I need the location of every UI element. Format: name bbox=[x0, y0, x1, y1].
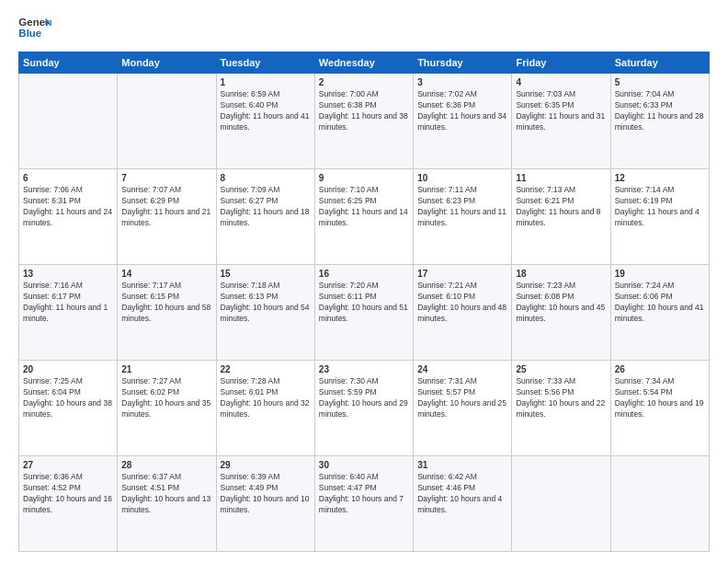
day-number: 31 bbox=[417, 460, 507, 470]
weekday-header-row: SundayMondayTuesdayWednesdayThursdayFrid… bbox=[19, 52, 710, 74]
day-info: Sunrise: 7:28 AM Sunset: 6:01 PM Dayligh… bbox=[221, 376, 311, 420]
day-info: Sunrise: 7:06 AM Sunset: 6:31 PM Dayligh… bbox=[23, 185, 113, 229]
weekday-header-friday: Friday bbox=[512, 52, 610, 74]
day-info: Sunrise: 7:27 AM Sunset: 6:02 PM Dayligh… bbox=[121, 376, 211, 420]
day-info: Sunrise: 7:34 AM Sunset: 5:54 PM Dayligh… bbox=[615, 376, 705, 420]
calendar-cell: 2Sunrise: 7:00 AM Sunset: 6:38 PM Daylig… bbox=[314, 74, 413, 169]
calendar-cell: 7Sunrise: 7:07 AM Sunset: 6:29 PM Daylig… bbox=[118, 169, 216, 265]
calendar-cell: 5Sunrise: 7:04 AM Sunset: 6:33 PM Daylig… bbox=[610, 74, 709, 169]
calendar-page: General Blue SundayMondayTuesdayWednesda… bbox=[0, 0, 728, 563]
header: General Blue bbox=[18, 15, 710, 42]
day-info: Sunrise: 7:09 AM Sunset: 6:27 PM Dayligh… bbox=[221, 185, 311, 229]
day-info: Sunrise: 7:23 AM Sunset: 6:08 PM Dayligh… bbox=[516, 281, 606, 325]
calendar-cell bbox=[118, 74, 216, 169]
day-info: Sunrise: 7:18 AM Sunset: 6:13 PM Dayligh… bbox=[221, 281, 311, 325]
day-number: 4 bbox=[516, 77, 606, 87]
day-info: Sunrise: 6:37 AM Sunset: 4:51 PM Dayligh… bbox=[121, 472, 211, 516]
day-number: 8 bbox=[221, 173, 311, 183]
calendar-cell: 28Sunrise: 6:37 AM Sunset: 4:51 PM Dayli… bbox=[118, 456, 216, 552]
day-info: Sunrise: 6:39 AM Sunset: 4:49 PM Dayligh… bbox=[221, 472, 311, 516]
day-number: 13 bbox=[23, 269, 113, 279]
day-number: 28 bbox=[121, 460, 211, 470]
calendar-cell: 3Sunrise: 7:02 AM Sunset: 6:36 PM Daylig… bbox=[414, 74, 512, 169]
calendar-cell: 23Sunrise: 7:30 AM Sunset: 5:59 PM Dayli… bbox=[314, 361, 413, 456]
day-info: Sunrise: 7:31 AM Sunset: 5:57 PM Dayligh… bbox=[417, 376, 507, 420]
day-info: Sunrise: 7:25 AM Sunset: 6:04 PM Dayligh… bbox=[23, 376, 113, 420]
day-info: Sunrise: 7:00 AM Sunset: 6:38 PM Dayligh… bbox=[319, 89, 409, 133]
weekday-header-monday: Monday bbox=[118, 52, 216, 74]
calendar-cell: 6Sunrise: 7:06 AM Sunset: 6:31 PM Daylig… bbox=[19, 169, 118, 265]
day-info: Sunrise: 6:42 AM Sunset: 4:46 PM Dayligh… bbox=[417, 472, 507, 516]
day-info: Sunrise: 7:11 AM Sunset: 6:23 PM Dayligh… bbox=[417, 185, 507, 229]
day-number: 7 bbox=[121, 173, 211, 183]
logo: General Blue bbox=[18, 15, 51, 42]
calendar-cell: 13Sunrise: 7:16 AM Sunset: 6:17 PM Dayli… bbox=[19, 265, 118, 361]
day-number: 11 bbox=[516, 173, 606, 183]
weekday-header-saturday: Saturday bbox=[610, 52, 709, 74]
day-info: Sunrise: 7:04 AM Sunset: 6:33 PM Dayligh… bbox=[615, 89, 705, 133]
week-row-4: 20Sunrise: 7:25 AM Sunset: 6:04 PM Dayli… bbox=[19, 361, 710, 456]
day-number: 12 bbox=[615, 173, 705, 183]
calendar-cell: 20Sunrise: 7:25 AM Sunset: 6:04 PM Dayli… bbox=[19, 361, 118, 456]
calendar-cell: 29Sunrise: 6:39 AM Sunset: 4:49 PM Dayli… bbox=[216, 456, 314, 552]
day-number: 6 bbox=[23, 173, 113, 183]
day-number: 19 bbox=[615, 269, 705, 279]
calendar-cell: 17Sunrise: 7:21 AM Sunset: 6:10 PM Dayli… bbox=[414, 265, 512, 361]
day-number: 3 bbox=[417, 77, 507, 87]
day-info: Sunrise: 7:03 AM Sunset: 6:35 PM Dayligh… bbox=[516, 89, 606, 133]
calendar-cell bbox=[512, 456, 610, 552]
day-number: 15 bbox=[221, 269, 311, 279]
calendar-cell: 15Sunrise: 7:18 AM Sunset: 6:13 PM Dayli… bbox=[216, 265, 314, 361]
day-number: 20 bbox=[23, 364, 113, 374]
day-number: 27 bbox=[23, 460, 113, 470]
day-number: 21 bbox=[121, 364, 211, 374]
day-info: Sunrise: 7:16 AM Sunset: 6:17 PM Dayligh… bbox=[23, 281, 113, 325]
calendar-cell: 16Sunrise: 7:20 AM Sunset: 6:11 PM Dayli… bbox=[314, 265, 413, 361]
week-row-3: 13Sunrise: 7:16 AM Sunset: 6:17 PM Dayli… bbox=[19, 265, 710, 361]
day-number: 26 bbox=[615, 364, 705, 374]
weekday-header-sunday: Sunday bbox=[19, 52, 118, 74]
calendar-cell: 11Sunrise: 7:13 AM Sunset: 6:21 PM Dayli… bbox=[512, 169, 610, 265]
day-info: Sunrise: 7:13 AM Sunset: 6:21 PM Dayligh… bbox=[516, 185, 606, 229]
week-row-1: 1Sunrise: 6:59 AM Sunset: 6:40 PM Daylig… bbox=[19, 74, 710, 169]
day-number: 22 bbox=[221, 364, 311, 374]
calendar-cell: 26Sunrise: 7:34 AM Sunset: 5:54 PM Dayli… bbox=[610, 361, 709, 456]
calendar-cell: 27Sunrise: 6:36 AM Sunset: 4:52 PM Dayli… bbox=[19, 456, 118, 552]
day-number: 1 bbox=[221, 77, 311, 87]
calendar-cell: 9Sunrise: 7:10 AM Sunset: 6:25 PM Daylig… bbox=[314, 169, 413, 265]
day-number: 10 bbox=[417, 173, 507, 183]
day-info: Sunrise: 7:02 AM Sunset: 6:36 PM Dayligh… bbox=[417, 89, 507, 133]
day-info: Sunrise: 7:10 AM Sunset: 6:25 PM Dayligh… bbox=[319, 185, 409, 229]
day-number: 23 bbox=[319, 364, 409, 374]
calendar-cell: 25Sunrise: 7:33 AM Sunset: 5:56 PM Dayli… bbox=[512, 361, 610, 456]
calendar-cell: 22Sunrise: 7:28 AM Sunset: 6:01 PM Dayli… bbox=[216, 361, 314, 456]
day-info: Sunrise: 6:59 AM Sunset: 6:40 PM Dayligh… bbox=[221, 89, 311, 133]
day-info: Sunrise: 7:30 AM Sunset: 5:59 PM Dayligh… bbox=[319, 376, 409, 420]
logo-icon: General Blue bbox=[18, 15, 51, 42]
day-info: Sunrise: 7:20 AM Sunset: 6:11 PM Dayligh… bbox=[319, 281, 409, 325]
weekday-header-wednesday: Wednesday bbox=[314, 52, 413, 74]
day-info: Sunrise: 6:40 AM Sunset: 4:47 PM Dayligh… bbox=[319, 472, 409, 516]
weekday-header-tuesday: Tuesday bbox=[216, 52, 314, 74]
day-info: Sunrise: 7:21 AM Sunset: 6:10 PM Dayligh… bbox=[417, 281, 507, 325]
day-number: 9 bbox=[319, 173, 409, 183]
calendar-cell: 8Sunrise: 7:09 AM Sunset: 6:27 PM Daylig… bbox=[216, 169, 314, 265]
calendar-cell: 19Sunrise: 7:24 AM Sunset: 6:06 PM Dayli… bbox=[610, 265, 709, 361]
calendar-table: SundayMondayTuesdayWednesdayThursdayFrid… bbox=[18, 52, 710, 552]
day-info: Sunrise: 6:36 AM Sunset: 4:52 PM Dayligh… bbox=[23, 472, 113, 516]
calendar-cell bbox=[610, 456, 709, 552]
day-number: 18 bbox=[516, 269, 606, 279]
calendar-cell: 12Sunrise: 7:14 AM Sunset: 6:19 PM Dayli… bbox=[610, 169, 709, 265]
calendar-cell: 21Sunrise: 7:27 AM Sunset: 6:02 PM Dayli… bbox=[118, 361, 216, 456]
svg-text:Blue: Blue bbox=[18, 28, 41, 39]
day-number: 16 bbox=[319, 269, 409, 279]
day-info: Sunrise: 7:14 AM Sunset: 6:19 PM Dayligh… bbox=[615, 185, 705, 229]
day-info: Sunrise: 7:24 AM Sunset: 6:06 PM Dayligh… bbox=[615, 281, 705, 325]
day-number: 17 bbox=[417, 269, 507, 279]
calendar-cell: 10Sunrise: 7:11 AM Sunset: 6:23 PM Dayli… bbox=[414, 169, 512, 265]
week-row-2: 6Sunrise: 7:06 AM Sunset: 6:31 PM Daylig… bbox=[19, 169, 710, 265]
calendar-cell: 30Sunrise: 6:40 AM Sunset: 4:47 PM Dayli… bbox=[314, 456, 413, 552]
day-number: 2 bbox=[319, 77, 409, 87]
calendar-cell bbox=[19, 74, 118, 169]
calendar-cell: 4Sunrise: 7:03 AM Sunset: 6:35 PM Daylig… bbox=[512, 74, 610, 169]
